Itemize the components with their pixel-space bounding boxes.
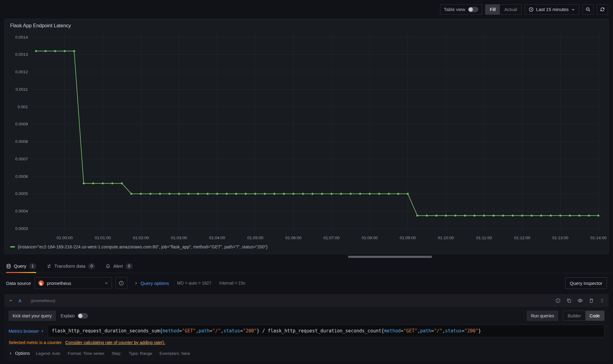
- drag-handle-icon[interactable]: [600, 298, 604, 303]
- query-options-toggle[interactable]: Query options: [134, 281, 169, 286]
- panel-edit-toolbar: Table view Fill Actual Last 15 minutes: [0, 0, 613, 19]
- options-summary-item: Format: Time series: [68, 351, 104, 356]
- tab-alert-count: 0: [125, 263, 132, 269]
- chevron-down-icon: [104, 281, 109, 285]
- svg-text:0.0004: 0.0004: [15, 209, 28, 213]
- info-circle-icon: [119, 281, 124, 286]
- query-options-summary: MD = auto = 1827 Interval = 15s: [177, 281, 245, 285]
- chevron-down-icon: [571, 7, 575, 12]
- table-view-toggle[interactable]: [468, 7, 478, 12]
- panel-title[interactable]: Flask App Endpoint Latency: [5, 19, 608, 30]
- tab-transform-data[interactable]: Transform data 0: [47, 259, 95, 273]
- duplicate-query-icon[interactable]: [566, 298, 572, 303]
- query-ref-id: A: [18, 298, 21, 303]
- builder-code-switch: Builder Code: [563, 311, 604, 321]
- svg-text:01:00:00: 01:00:00: [56, 236, 73, 240]
- tab-transform-count: 0: [88, 263, 95, 269]
- actual-button[interactable]: Actual: [500, 5, 521, 14]
- chart-svg: 0.00030.00040.00050.00060.00070.00080.00…: [5, 30, 608, 243]
- legend-color-swatch: [10, 246, 15, 247]
- refresh-button[interactable]: [597, 4, 608, 15]
- promql-expression-input[interactable]: flask_http_request_duration_seconds_sum{…: [48, 325, 604, 337]
- options-summary-item: Legend: Auto: [36, 351, 60, 356]
- svg-text:0.0011: 0.0011: [16, 87, 28, 92]
- svg-text:01:07:00: 01:07:00: [324, 236, 340, 240]
- interval-text: Interval = 15s: [219, 281, 245, 285]
- time-range-label: Last 15 minutes: [536, 7, 569, 12]
- query-help-icon[interactable]: [555, 298, 561, 303]
- query-row-actions: [555, 298, 604, 303]
- svg-text:0.0009: 0.0009: [15, 122, 28, 126]
- datasource-selected: prometheus: [47, 281, 102, 286]
- options-summary-item: Exemplars: false: [159, 351, 190, 356]
- tab-query-count: 1: [29, 263, 36, 269]
- latency-chart-plot[interactable]: 0.00030.00040.00050.00060.00070.00080.00…: [5, 30, 608, 243]
- warning-hint-link[interactable]: Consider calculating rate of counter by …: [65, 340, 165, 345]
- svg-text:0.0007: 0.0007: [15, 157, 28, 161]
- datasource-help-button[interactable]: [116, 277, 127, 289]
- query-row-header[interactable]: A (prometheus): [4, 294, 609, 307]
- svg-text:01:06:00: 01:06:00: [285, 236, 301, 240]
- builder-mode-button[interactable]: Builder: [563, 311, 585, 320]
- options-label: Options: [15, 351, 30, 356]
- max-data-points-text: MD = auto = 1827: [177, 281, 211, 285]
- svg-text:0.0005: 0.0005: [15, 191, 28, 196]
- toggle-knob: [78, 314, 82, 318]
- zoom-out-icon: [585, 7, 591, 12]
- run-queries-button[interactable]: Run queries: [527, 311, 558, 321]
- refresh-icon: [600, 7, 605, 12]
- tab-alert[interactable]: Alert 0: [105, 259, 132, 273]
- chart-legend[interactable]: {instance="ec2-184-169-216-224.us-west-1…: [5, 243, 608, 254]
- fill-button[interactable]: Fill: [485, 5, 500, 14]
- tab-query[interactable]: Query 1: [6, 259, 36, 273]
- remove-query-trash-icon[interactable]: [589, 298, 594, 303]
- svg-text:01:01:00: 01:01:00: [95, 236, 111, 240]
- svg-text:01:08:00: 01:08:00: [362, 236, 378, 240]
- database-icon: [6, 264, 11, 269]
- kick-start-query-button[interactable]: Kick start your query: [9, 311, 56, 321]
- query-inspector-button[interactable]: Query inspector: [565, 277, 607, 289]
- explain-label: Explain: [61, 313, 75, 318]
- tab-transform-label: Transform data: [54, 263, 85, 269]
- bell-icon: [105, 264, 110, 269]
- svg-text:01:09:00: 01:09:00: [400, 236, 416, 240]
- svg-text:01:11:00: 01:11:00: [476, 236, 492, 240]
- svg-text:01:14:00: 01:14:00: [590, 236, 607, 240]
- scrollbar-thumb[interactable]: [348, 256, 432, 258]
- table-view-label: Table view: [444, 7, 465, 12]
- latency-panel: Flask App Endpoint Latency 0.00030.00040…: [4, 19, 609, 254]
- svg-text:01:02:00: 01:02:00: [133, 236, 149, 240]
- query-toolbar-row: Kick start your query Explain Run querie…: [9, 311, 604, 321]
- counter-warning-row: Selected metric is a counter. Consider c…: [9, 340, 604, 345]
- code-mode-button[interactable]: Code: [585, 311, 604, 320]
- horizontal-scrollbar: [0, 254, 613, 259]
- svg-text:01:04:00: 01:04:00: [209, 236, 225, 240]
- svg-text:01:03:00: 01:03:00: [171, 236, 187, 240]
- svg-text:01:10:00: 01:10:00: [438, 236, 454, 240]
- explain-toggle[interactable]: [78, 313, 88, 319]
- zoom-out-button[interactable]: [582, 4, 594, 15]
- options-summary-row[interactable]: Options Legend: AutoFormat: Time seriesS…: [9, 349, 604, 358]
- query-editor-card: A (prometheus) Kick start your query: [4, 294, 609, 361]
- svg-text:01:12:00: 01:12:00: [514, 236, 530, 240]
- options-summary-items: Legend: AutoFormat: Time seriesStep:Type…: [36, 351, 190, 356]
- tab-query-label: Query: [14, 263, 26, 269]
- metrics-browser-toggle[interactable]: Metrics browser: [9, 329, 44, 334]
- datasource-label: Data source: [6, 281, 31, 286]
- datasource-picker[interactable]: prometheus: [35, 277, 112, 289]
- disable-query-eye-icon[interactable]: [577, 298, 583, 303]
- chevron-right-icon: [134, 281, 138, 285]
- metrics-browser-label: Metrics browser: [9, 329, 39, 334]
- svg-text:0.0006: 0.0006: [15, 174, 28, 179]
- collapse-chevron-icon[interactable]: [9, 298, 13, 303]
- chevron-right-icon: [9, 351, 13, 355]
- options-summary-item: Type: Range: [129, 351, 152, 356]
- svg-text:01:05:00: 01:05:00: [247, 236, 263, 240]
- chart-area: 0.00030.00040.00050.00060.00070.00080.00…: [5, 30, 608, 243]
- query-datasource-hint: (prometheus): [31, 298, 55, 303]
- time-range-picker[interactable]: Last 15 minutes: [525, 4, 579, 15]
- svg-text:01:13:00: 01:13:00: [552, 236, 569, 240]
- table-view-control: Table view: [440, 4, 482, 15]
- query-options-label: Query options: [140, 281, 169, 286]
- transform-icon: [47, 264, 52, 269]
